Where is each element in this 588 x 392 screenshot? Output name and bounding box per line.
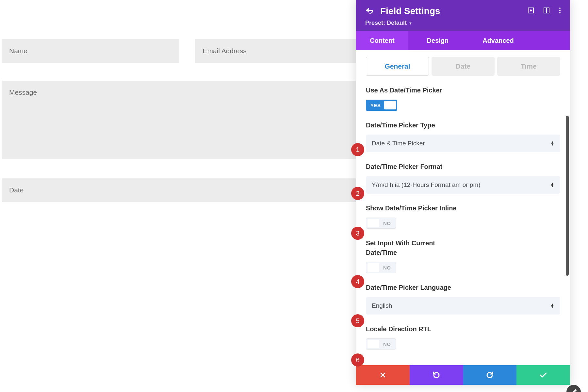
setting-label: Show Date/Time Picker Inline bbox=[366, 204, 560, 213]
panel-title: Field Settings bbox=[380, 6, 521, 16]
svg-point-5 bbox=[559, 10, 561, 11]
setting-label: Date/Time Picker Language bbox=[366, 283, 560, 292]
annotation-badge-1: 1 bbox=[351, 143, 364, 156]
contact-form bbox=[2, 39, 361, 220]
toggle-value: NO bbox=[383, 265, 391, 270]
back-icon[interactable] bbox=[365, 7, 374, 15]
tab-content[interactable]: Content bbox=[356, 31, 408, 50]
toggle-knob bbox=[368, 340, 379, 348]
tab-design[interactable]: Design bbox=[408, 31, 467, 50]
caret-down-icon: ▼ bbox=[409, 21, 412, 25]
svg-point-6 bbox=[559, 12, 561, 13]
setting-label: Date/Time Picker Format bbox=[366, 162, 560, 172]
toggle-locale-rtl[interactable]: NO bbox=[366, 338, 396, 350]
setting-use-as-picker: Use As Date/Time Picker YES bbox=[366, 86, 560, 111]
columns-icon[interactable] bbox=[543, 7, 550, 15]
annotation-badge-6: 6 bbox=[351, 353, 364, 367]
toggle-knob bbox=[368, 219, 379, 227]
undo-button[interactable] bbox=[410, 365, 463, 385]
expand-icon[interactable] bbox=[528, 7, 534, 15]
toggle-knob bbox=[384, 101, 396, 109]
setting-picker-type: Date/Time Picker Type Date & Time Picker… bbox=[366, 121, 560, 152]
preset-selector[interactable]: Preset: Default ▼ bbox=[365, 20, 561, 26]
select-value: Date & Time Picker bbox=[372, 140, 425, 147]
toggle-value: NO bbox=[383, 220, 391, 226]
date-field[interactable] bbox=[2, 178, 361, 202]
panel-header: Field Settings Preset: Default ▼ bbox=[356, 0, 570, 31]
annotation-badge-2: 2 bbox=[351, 187, 364, 200]
annotation-badge-3: 3 bbox=[351, 227, 364, 240]
annotation-badge-5: 5 bbox=[351, 314, 364, 327]
panel-body: General Date Time Use As Date/Time Picke… bbox=[356, 50, 570, 365]
setting-language: Date/Time Picker Language English ▲▼ bbox=[366, 283, 560, 315]
annotation-badge-4: 4 bbox=[351, 275, 364, 288]
preset-label: Preset: Default bbox=[365, 20, 407, 26]
toggle-value: NO bbox=[383, 341, 391, 347]
toggle-show-inline[interactable]: NO bbox=[366, 218, 396, 229]
select-picker-type[interactable]: Date & Time Picker ▲▼ bbox=[366, 135, 560, 152]
redo-button[interactable] bbox=[463, 365, 517, 385]
setting-picker-format: Date/Time Picker Format Y/m/d h:ia (12-H… bbox=[366, 162, 560, 194]
more-icon[interactable] bbox=[559, 7, 561, 15]
scrollbar[interactable] bbox=[566, 116, 569, 276]
message-field[interactable] bbox=[2, 81, 361, 159]
tab-advanced[interactable]: Advanced bbox=[467, 31, 529, 50]
toggle-value: YES bbox=[370, 103, 381, 108]
floating-action-button[interactable] bbox=[566, 385, 581, 392]
name-field[interactable] bbox=[2, 39, 179, 63]
cancel-button[interactable] bbox=[356, 365, 410, 385]
setting-label: Locale Direction RTL bbox=[366, 324, 560, 334]
select-picker-format[interactable]: Y/m/d h:ia (12-Hours Format am or pm) ▲▼ bbox=[366, 176, 560, 194]
setting-locale-rtl: Locale Direction RTL NO bbox=[366, 324, 560, 350]
svg-point-4 bbox=[559, 8, 561, 9]
panel-footer bbox=[356, 365, 570, 385]
setting-label: Set Input With Current Date/Time bbox=[366, 238, 451, 257]
field-settings-panel: Field Settings Preset: Default ▼ Content… bbox=[356, 0, 570, 385]
toggle-set-current[interactable]: NO bbox=[366, 262, 396, 273]
sub-tabs: General Date Time bbox=[366, 57, 560, 76]
svg-point-1 bbox=[530, 10, 531, 11]
setting-set-current: Set Input With Current Date/Time NO bbox=[366, 238, 560, 273]
save-button[interactable] bbox=[516, 365, 570, 385]
select-language[interactable]: English ▲▼ bbox=[366, 297, 560, 315]
toggle-use-as-picker[interactable]: YES bbox=[366, 100, 397, 111]
select-arrows-icon: ▲▼ bbox=[550, 303, 554, 308]
select-value: Y/m/d h:ia (12-Hours Format am or pm) bbox=[372, 181, 481, 188]
main-tabs: Content Design Advanced bbox=[356, 31, 570, 50]
select-arrows-icon: ▲▼ bbox=[550, 141, 554, 145]
select-arrows-icon: ▲▼ bbox=[550, 183, 554, 187]
sub-tab-general[interactable]: General bbox=[366, 57, 429, 76]
setting-label: Date/Time Picker Type bbox=[366, 121, 560, 130]
email-field[interactable] bbox=[195, 39, 361, 63]
sub-tab-time[interactable]: Time bbox=[497, 57, 560, 76]
toggle-knob bbox=[368, 263, 379, 272]
select-value: English bbox=[372, 302, 392, 309]
sub-tab-date[interactable]: Date bbox=[432, 57, 495, 76]
setting-show-inline: Show Date/Time Picker Inline NO bbox=[366, 204, 560, 229]
setting-label: Use As Date/Time Picker bbox=[366, 86, 560, 95]
